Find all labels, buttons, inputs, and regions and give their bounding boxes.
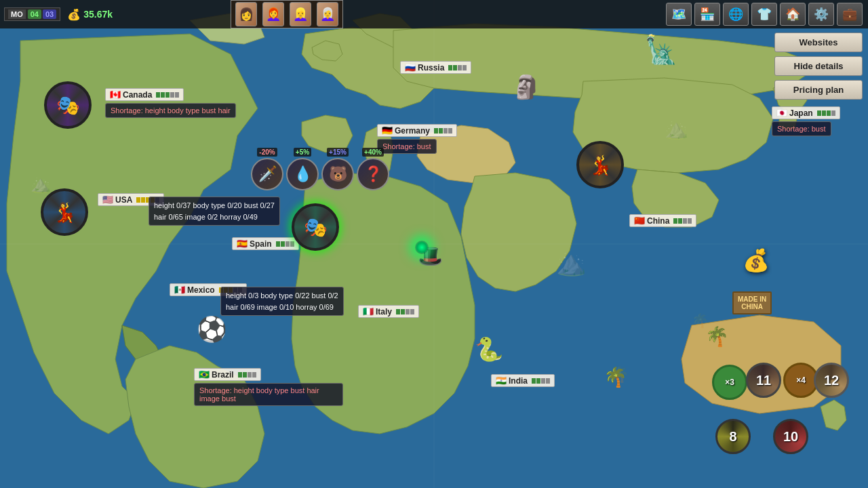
num-token-1[interactable]: 11 <box>746 363 781 398</box>
soccer-ball: ⚽ <box>197 315 227 344</box>
made-in-china-sign: MADE IN CHINA <box>732 291 772 314</box>
country-label-india[interactable]: 🇮🇳India <box>491 374 555 387</box>
powerup-item-3[interactable]: +40%❓ <box>357 148 389 190</box>
num-token-5[interactable]: 10 <box>773 419 808 454</box>
num-token-3[interactable]: 12 <box>814 363 849 398</box>
powerup-circle-3: ❓ <box>357 158 389 190</box>
spinner-token-1[interactable]: 💃 <box>41 188 88 236</box>
country-flag-spain: 🇪🇸 <box>237 239 248 249</box>
powerup-circle-2: 🐻 <box>321 158 354 190</box>
country-label-canada[interactable]: 🇨🇦Canada <box>105 88 184 101</box>
powerup-badge-1: +5% <box>294 148 311 157</box>
store-btn[interactable]: 🏪 <box>694 3 720 26</box>
country-name-canada: Canada <box>123 90 152 100</box>
country-name-russia: Russia <box>418 63 444 73</box>
country-label-brazil[interactable]: 🇧🇷Brazil <box>194 368 261 381</box>
spinner-token-2[interactable]: 🎭 <box>292 203 339 251</box>
money-icon: 💰 <box>67 8 81 21</box>
svg-text:⛰️: ⛰️ <box>665 118 688 140</box>
stats-box-mexico: height 0/3 body type 0/22 bust 0/2hair 0… <box>220 287 344 316</box>
powerup-item-2[interactable]: +15%🐻 <box>321 148 354 190</box>
country-flag-mexico: 🇲🇽 <box>174 285 185 295</box>
shortage-text: Shortage: height body type bust hair ima… <box>199 386 319 403</box>
characters-bar[interactable]: 👩 👩‍🦰 👱‍♀️ 👩‍🦳 <box>231 0 343 28</box>
country-flag-india: 🇮🇳 <box>496 375 507 386</box>
shortage-text: Shortage: height body type bust hair <box>111 106 231 115</box>
char-avatar-2[interactable]: 👩‍🦰 <box>262 2 284 26</box>
country-bar-canada <box>156 92 179 98</box>
spinner-char-3: 💃 <box>579 144 621 186</box>
country-flag-usa: 🇺🇸 <box>102 195 113 205</box>
country-name-germany: Germany <box>395 126 430 136</box>
clothing-btn[interactable]: 👕 <box>751 3 777 26</box>
rapa-nui-statue: 🗿 <box>512 73 540 100</box>
country-label-spain[interactable]: 🇪🇸Spain <box>232 237 299 250</box>
country-bar-spain <box>276 241 294 247</box>
dollar-sign: 💰 <box>743 247 770 273</box>
spinner-char-2: 🎭 <box>294 206 336 248</box>
powerup-circle-1: 💧 <box>286 158 319 190</box>
spinner-token-0[interactable]: 🎭 <box>44 81 92 129</box>
hide-details-button[interactable]: Hide details <box>774 56 863 76</box>
statue-liberty: 🗽 <box>644 34 678 66</box>
country-bar-italy <box>396 309 414 314</box>
spinner-inner-1: 💃 <box>43 191 85 233</box>
country-flag-brazil: 🇧🇷 <box>199 369 210 380</box>
stats-box-usa: height 0/37 body type 0/20 bust 0/27hair… <box>149 197 280 226</box>
stat-line: height 0/37 body type 0/20 bust 0/27 <box>154 200 275 211</box>
country-flag-japan: 🇯🇵 <box>776 108 787 118</box>
websites-button[interactable]: Websites <box>774 33 863 52</box>
char-avatar-3[interactable]: 👱‍♀️ <box>290 2 311 26</box>
country-bar-china <box>673 218 692 224</box>
country-label-russia[interactable]: 🇷🇺Russia <box>400 61 471 74</box>
country-label-china[interactable]: 🇨🇳China <box>629 214 696 227</box>
char-avatar-1[interactable]: 👩 <box>235 2 257 26</box>
country-bar-germany <box>434 128 452 134</box>
shortage-text: Shortage: bust <box>382 142 431 150</box>
num-token-0[interactable]: ×3 <box>712 365 747 400</box>
snake: 🐍 <box>475 336 503 363</box>
country-name-japan: Japan <box>789 108 813 118</box>
country-label-italy[interactable]: 🇮🇹Italy <box>358 305 419 318</box>
powerup-item-1[interactable]: +5%💧 <box>286 148 319 190</box>
country-label-japan[interactable]: 🇯🇵Japan <box>772 106 840 119</box>
svg-text:⛰️: ⛰️ <box>556 248 587 277</box>
money-amount: 35.67k <box>83 9 113 20</box>
settings-btn[interactable]: ⚙️ <box>808 3 834 26</box>
powerup-bar: -20%🗡️+5%💧+15%🐻+40%❓ <box>251 148 389 190</box>
char-avatar-4[interactable]: 👩‍🦳 <box>317 2 338 26</box>
powerup-badge-3: +40% <box>362 148 384 157</box>
mo-val2: 03 <box>43 9 56 19</box>
toolbar-right: 🗺️ 🏪 🌐 👕 🏠 ⚙️ 💼 <box>660 0 868 28</box>
palm-tree-2: 🌴 <box>604 366 627 388</box>
num-token-4[interactable]: 8 <box>715 419 751 454</box>
country-name-spain: Spain <box>250 239 272 249</box>
mo-values: 04 03 <box>28 9 57 19</box>
globe-btn[interactable]: 🌐 <box>723 3 749 26</box>
briefcase-btn[interactable]: 💼 <box>837 3 863 26</box>
stat-line: height 0/3 body type 0/22 bust 0/2 <box>226 290 338 302</box>
pricing-plan-button[interactable]: Pricing plan <box>774 80 863 100</box>
country-bar-brazil <box>238 372 256 378</box>
country-flag-canada: 🇨🇦 <box>110 89 121 100</box>
country-label-germany[interactable]: 🇩🇪Germany <box>377 124 457 137</box>
spinner-inner-0: 🎭 <box>47 84 89 126</box>
shortage-box-japan: Shortage: bust <box>772 121 831 136</box>
country-name-italy: Italy <box>376 307 392 317</box>
mo-label: MO <box>8 9 26 19</box>
spinner-token-3[interactable]: 💃 <box>576 141 624 188</box>
spinner-char-1: 💃 <box>43 191 85 233</box>
mo-badge: MO 04 03 <box>4 7 60 21</box>
shortage-box-canada: Shortage: height body type bust hair <box>105 103 236 118</box>
spinner-inner-3: 💃 <box>579 144 621 186</box>
powerup-item-0[interactable]: -20%🗡️ <box>251 148 283 190</box>
home-btn[interactable]: 🏠 <box>780 3 806 26</box>
map-btn[interactable]: 🗺️ <box>666 3 692 26</box>
country-name-usa: USA <box>115 195 132 205</box>
country-flag-china: 🇨🇳 <box>634 216 645 226</box>
powerup-badge-0: -20% <box>257 148 277 157</box>
country-name-mexico: Mexico <box>187 285 215 295</box>
country-flag-italy: 🇮🇹 <box>363 306 374 317</box>
country-name-brazil: Brazil <box>212 370 234 380</box>
stat-line: hair 0/69 image 0/10 horray 0/69 <box>226 302 338 313</box>
